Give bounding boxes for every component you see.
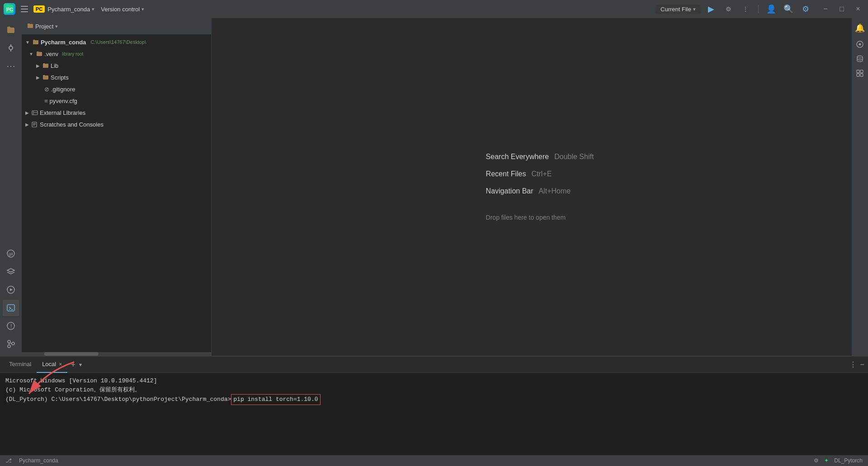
tree-item-scripts[interactable]: ▶ Scripts	[22, 71, 211, 83]
scratches-label: Scratches and Consoles	[40, 121, 104, 128]
svg-rect-31	[860, 74, 863, 76]
recent-files-key: Ctrl+E	[532, 170, 552, 178]
more-actions-button[interactable]: ⋮	[739, 3, 752, 15]
lib-label: Lib	[51, 62, 58, 69]
tree-item-pyvenv-cfg[interactable]: ≡ pyvenv.cfg	[22, 95, 211, 107]
folder-icon	[33, 39, 39, 45]
status-right: ⚙ ✦ DL_Pytorch	[814, 457, 863, 464]
tree-item-external-libraries[interactable]: ▶ External Libraries	[22, 107, 211, 118]
terminal-prompt: (DL_Pytorch) C:\Users\14767\Desktop\pyth…	[5, 395, 231, 404]
svg-point-27	[857, 56, 863, 58]
sidebar-scrollbar-thumb[interactable]	[44, 352, 99, 356]
expand-arrow-icon: ▶	[25, 110, 29, 115]
status-settings-icon[interactable]: ⚙	[814, 457, 819, 464]
right-ai-button[interactable]	[854, 38, 866, 51]
search-everywhere-button[interactable]: 🔍	[782, 3, 795, 15]
status-pycharm-icon[interactable]: ✦	[824, 457, 829, 464]
search-everywhere-label: Search Everywhere	[486, 153, 549, 161]
sidebar-item-more[interactable]: ⋯	[3, 58, 19, 74]
folder-icon	[42, 62, 49, 69]
pyvenv-cfg-label: pyvenv.cfg	[50, 98, 77, 104]
settings-button[interactable]: ⚙	[799, 3, 812, 15]
project-header-chevron: ▾	[55, 24, 58, 29]
sidebar: Project ▾ ▼ Pycharm_conda C:\Users\14767…	[22, 18, 212, 356]
minimize-button[interactable]: −	[819, 3, 832, 15]
sidebar-scrollbar[interactable]	[22, 352, 211, 356]
svg-point-2	[9, 46, 13, 50]
left-icon-bar: ⋯ git	[0, 18, 22, 356]
shortcut-search: Search Everywhere Double Shift	[486, 153, 594, 161]
terminal-tabs-bar: Terminal Local × + ▾ ⋮ −	[0, 357, 868, 373]
collapse-arrow-icon: ▼	[29, 52, 33, 56]
sidebar-item-terminal[interactable]	[3, 300, 19, 316]
svg-rect-28	[857, 70, 859, 73]
external-libraries-label: External Libraries	[40, 109, 85, 116]
app-logo: PC	[4, 3, 15, 15]
tree-item-gitignore[interactable]: ⊘ .gitignore	[22, 83, 211, 95]
terminal-minimize-button[interactable]: −	[860, 361, 864, 369]
project-selector-button[interactable]: PC Pycharm_conda ▾	[33, 5, 94, 13]
venv-label: .venv	[44, 51, 58, 57]
library-root-badge: library root	[62, 52, 83, 56]
sidebar-item-layers[interactable]	[3, 264, 19, 280]
add-terminal-button[interactable]: +	[67, 357, 79, 373]
sidebar-item-folder[interactable]	[3, 22, 19, 38]
svg-point-14	[8, 340, 10, 343]
run-button[interactable]: ▶	[705, 3, 717, 15]
sidebar-item-problems[interactable]: !	[3, 318, 19, 334]
project-header-label: Project	[35, 23, 53, 30]
titlebar: PC PC Pycharm_conda ▾ Version control ▾ …	[0, 0, 868, 18]
root-path-hint: C:\Users\14767\Desktop\	[90, 39, 146, 45]
maximize-button[interactable]: □	[835, 3, 848, 15]
local-tab-close-button[interactable]: ×	[59, 361, 62, 367]
hamburger-menu-button[interactable]	[18, 3, 31, 15]
tree-item-pycharm-conda[interactable]: ▼ Pycharm_conda C:\Users\14767\Desktop\	[22, 36, 211, 48]
svg-rect-30	[857, 74, 859, 76]
run-config-selector[interactable]: Current File ▾	[656, 5, 700, 14]
sidebar-item-commit[interactable]	[3, 40, 19, 56]
profile-button[interactable]: 👤	[765, 3, 778, 15]
tree-item-lib[interactable]: ▶ Lib	[22, 60, 211, 71]
svg-rect-29	[860, 70, 863, 73]
right-notifications-button[interactable]: 🔔	[854, 22, 866, 34]
vcs-label: Version control	[101, 6, 140, 13]
right-database-button[interactable]	[854, 52, 866, 65]
expand-arrow-icon: ▶	[36, 63, 40, 68]
debug-button[interactable]: ⚙	[722, 3, 735, 15]
menu-line	[21, 9, 28, 9]
tree-item-venv[interactable]: ▼ .venv library root	[22, 48, 211, 60]
terminal-content[interactable]: Microsoft Windows [Version 10.0.19045.44…	[0, 373, 868, 455]
svg-marker-9	[10, 288, 13, 291]
local-tab[interactable]: Local ×	[37, 357, 67, 373]
terminal-actions: ⋮ −	[849, 360, 864, 369]
terminal-line-1: Microsoft Windows [Version 10.0.19045.44…	[5, 377, 863, 386]
project-chevron-icon: ▾	[92, 6, 94, 12]
status-env-label: DL_Pytorch	[834, 457, 863, 464]
sidebar-item-run[interactable]	[3, 282, 19, 298]
terminal-more-button[interactable]: ⋮	[849, 360, 857, 369]
menu-line	[21, 6, 28, 7]
vcs-selector-button[interactable]: Version control ▾	[101, 6, 144, 13]
git-branch-icon: ⎇	[5, 457, 12, 464]
status-bar: ⎇ Pycharm_conda ⚙ ✦ DL_Pytorch	[0, 455, 868, 466]
tree-item-scratches[interactable]: ▶ Scratches and Consoles	[22, 118, 211, 130]
right-icon-bar: 🔔	[852, 18, 868, 356]
window-controls: − □ ×	[819, 3, 864, 15]
close-window-button[interactable]: ×	[852, 3, 864, 15]
folder-icon	[42, 74, 49, 80]
terminal-tab-label[interactable]: Terminal	[4, 357, 37, 373]
folder-icon	[36, 51, 42, 57]
expand-arrow-icon: ▶	[36, 75, 40, 80]
sidebar-tree: ▼ Pycharm_conda C:\Users\14767\Desktop\ …	[22, 34, 211, 352]
terminal-dropdown-button[interactable]: ▾	[79, 362, 82, 368]
terminal-tab-text: Terminal	[9, 361, 31, 367]
navigation-bar-label: Navigation Bar	[486, 187, 533, 195]
vcs-chevron-icon: ▾	[142, 6, 144, 12]
project-header[interactable]: Project ▾	[22, 18, 211, 34]
right-plugin-button[interactable]	[854, 67, 866, 80]
sidebar-item-vcs[interactable]	[3, 336, 19, 352]
sidebar-item-git[interactable]: git	[3, 245, 19, 262]
terminal-command[interactable]: pip install torch=1.10.0	[231, 394, 320, 405]
run-config-label: Current File	[660, 6, 691, 13]
local-tab-text: Local	[42, 361, 56, 367]
